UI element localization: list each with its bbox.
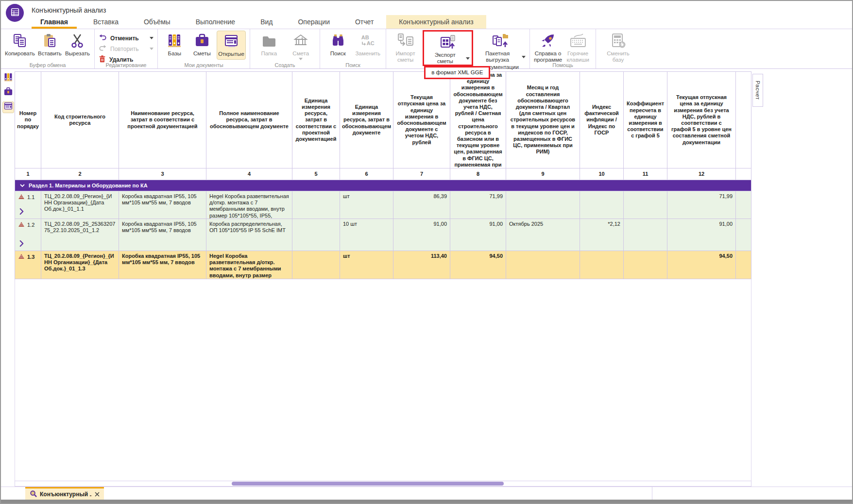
unit-project-cell[interactable] [292, 251, 340, 279]
tab-glavnaya[interactable]: Главная [28, 15, 81, 29]
price-with-vat-cell[interactable]: 91,00 [393, 219, 450, 251]
batch-upload-button[interactable]: Пакетная выгрузка документации [475, 31, 526, 71]
resource-code-cell[interactable]: ТЦ_20.2.08.09_25_2536320775_22.10.2025_0… [41, 219, 119, 251]
tab-vypolnenie[interactable]: Выполнение [183, 15, 248, 29]
inflation-index-cell[interactable] [580, 251, 624, 279]
table-row[interactable]: 1.1 ТЦ_20.2.08.09_{Регион}_{ИНН Организа… [15, 191, 751, 219]
mini-opened-button[interactable] [2, 101, 14, 113]
column-header-6[interactable]: Единица измерения ресурса, затрат в обос… [340, 71, 393, 168]
chevron-down-icon[interactable] [20, 183, 25, 188]
doc-month-cell[interactable] [506, 251, 580, 279]
cut-button[interactable]: Вырезать [65, 31, 90, 57]
tab-otchet[interactable]: Отчет [342, 15, 386, 29]
scrollbar-thumb[interactable] [232, 482, 504, 486]
row-number-cell[interactable]: 1.3 [15, 251, 41, 279]
horizontal-scrollbar[interactable] [15, 481, 751, 487]
unit-project-cell[interactable] [292, 191, 340, 219]
mini-bases-button[interactable] [2, 72, 14, 84]
column-header-8[interactable]: Текущая отпускная цена за единицу измере… [450, 71, 506, 168]
export-icon [440, 34, 456, 51]
final-price-cell[interactable]: 91,00 [667, 219, 736, 251]
inflation-index-cell[interactable] [580, 191, 624, 219]
price-with-vat-cell[interactable]: 113,40 [393, 251, 450, 279]
resource-name-cell[interactable]: Коробка квадратная IP55, 105 мм*105 мм*5… [119, 219, 206, 251]
column-header-9[interactable]: Месяц и год составления обосновывающего … [506, 71, 580, 168]
unit-project-cell[interactable] [292, 219, 340, 251]
row-expander-icon[interactable] [19, 240, 24, 248]
column-header-2[interactable]: Код строительного ресурса [41, 71, 119, 168]
section-header-row[interactable]: Раздел 1. Материалы и Оборудование по КА [15, 180, 751, 191]
hotkeys-button[interactable]: Горячие клавиши [564, 31, 592, 63]
help-about-button[interactable]: Справка о программе [534, 31, 562, 63]
undo-caret-icon[interactable] [150, 37, 154, 39]
conversion-coef-cell[interactable] [624, 219, 667, 251]
column-header-3[interactable]: Наименование ресурса, затрат в соответст… [119, 71, 206, 168]
document-tab[interactable]: Конъюнктурный ... [25, 487, 104, 500]
price-with-vat-cell[interactable]: 86,39 [393, 191, 450, 219]
search-button[interactable]: Поиск [324, 31, 352, 57]
table-row-selected[interactable]: 1.3 ТЦ_20.2.08.09_{Регион}_{ИНН Организа… [15, 251, 751, 279]
change-base-button[interactable]: Сменить базу [603, 31, 633, 63]
resource-name-cell[interactable]: Коробка квадратная IP55, 105 мм*105 мм*5… [119, 251, 206, 279]
column-header-5[interactable]: Единица измерения ресурса, затрат в соот… [292, 71, 340, 168]
row-number-cell[interactable]: 1.2 [15, 219, 41, 251]
price-no-vat-cell[interactable]: 91,00 [450, 219, 506, 251]
column-number: 2 [41, 168, 119, 180]
inflation-index-cell[interactable]: *2,12 [580, 219, 624, 251]
price-no-vat-cell[interactable]: 94,50 [450, 251, 506, 279]
unit-doc-cell[interactable]: шт [340, 191, 393, 219]
price-no-vat-cell[interactable]: 71,99 [450, 191, 506, 219]
export-xml-gge-menu-item[interactable]: в формат XML GGE [424, 66, 490, 79]
doc-month-cell[interactable]: Октябрь 2025 [506, 219, 580, 251]
full-name-cell[interactable]: Hegel Коробка разветвительная д/откр. мо… [206, 251, 292, 279]
export-caret-icon[interactable] [466, 57, 470, 60]
undo-button[interactable]: Отменить [99, 34, 154, 42]
estimates-button[interactable]: Сметы [189, 31, 215, 57]
table-row[interactable]: 1.2 ТЦ_20.2.08.09_25_2536320775_22.10.20… [15, 219, 751, 251]
close-icon[interactable] [95, 490, 100, 499]
column-header-12[interactable]: Текущая отпускная цена за единицу измере… [667, 71, 736, 168]
batch-caret-icon[interactable] [522, 56, 526, 58]
tab-konyunkturny-analiz[interactable]: Конъюнктурный анализ [386, 15, 486, 29]
resource-name-cell[interactable]: Коробка квадратная IP55, 105 мм*105 мм*5… [119, 191, 206, 219]
folder-button[interactable]: Папка [254, 31, 284, 57]
resource-code-cell[interactable]: ТЦ_20.2.08.09_{Регион}_{ИНН Организации}… [41, 191, 119, 219]
import-estimate-button[interactable]: Импорт сметы [390, 31, 421, 63]
final-price-cell[interactable]: 94,50 [667, 251, 736, 279]
column-header-4[interactable]: Полное наименование ресурса, затрат в об… [206, 71, 292, 168]
paste-button[interactable]: Вставить [37, 31, 63, 57]
column-header-7[interactable]: Текущая отпускная цена за единицу измере… [393, 71, 450, 168]
redo-button[interactable]: Повторить [99, 45, 154, 53]
column-header-11[interactable]: Коэффициент пересчета в единицу измерени… [624, 71, 667, 168]
side-tab-calculation[interactable]: Расчет [752, 74, 763, 107]
bases-button[interactable]: Базы [162, 31, 188, 57]
tab-vid[interactable]: Вид [248, 15, 285, 29]
column-header-10[interactable]: Индекс фактической инфляции / Индекс по … [580, 71, 624, 168]
extra-cell[interactable] [736, 219, 751, 251]
unit-doc-cell[interactable]: шт [340, 251, 393, 279]
unit-doc-cell[interactable]: 10 шт [340, 219, 393, 251]
extra-cell[interactable] [736, 191, 751, 219]
final-price-cell[interactable]: 71,99 [667, 191, 736, 219]
mini-estimates-button[interactable] [2, 87, 14, 99]
conversion-coef-cell[interactable] [624, 251, 667, 279]
replace-button[interactable]: ABAC Заменить [354, 31, 382, 57]
full-name-cell[interactable]: Коробка распределительная, ОП 105*105*55… [206, 219, 292, 251]
row-number-cell[interactable]: 1.1 [15, 191, 41, 219]
tab-operacii[interactable]: Операции [285, 15, 342, 29]
column-header-1[interactable]: Номер по порядку [15, 71, 41, 168]
copy-button[interactable]: Копировать [5, 31, 35, 57]
tab-vstavka[interactable]: Вставка [81, 15, 131, 29]
extra-cell[interactable] [736, 251, 751, 279]
tab-obyomy[interactable]: Объёмы [131, 15, 183, 29]
doc-month-cell[interactable] [506, 191, 580, 219]
ribbon-group-my-documents: Базы Сметы Открытые Мои документы [157, 29, 250, 68]
full-name-cell[interactable]: Hegel Коробка разветвительная д/откр. мо… [206, 191, 292, 219]
opened-button[interactable]: Открытые [217, 31, 246, 60]
conversion-coef-cell[interactable] [624, 191, 667, 219]
estimate-button[interactable]: Смета [286, 31, 316, 60]
row-expander-icon[interactable] [19, 208, 24, 216]
resource-code-cell[interactable]: ТЦ_20.2.08.09_{Регион}_{ИНН Организации}… [41, 251, 119, 279]
binders-icon [3, 72, 13, 84]
export-estimate-button[interactable]: Экспорт сметы [426, 32, 470, 65]
